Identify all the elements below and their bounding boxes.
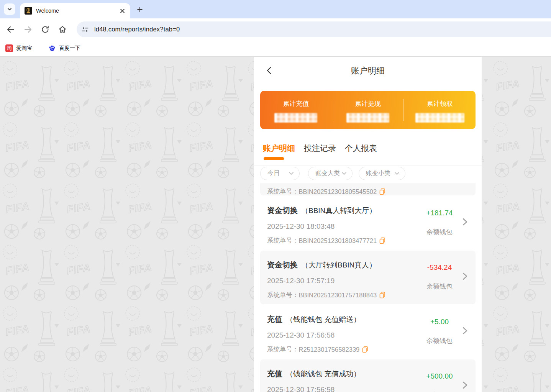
amount-block: +181.74 余额钱包 [421,209,458,236]
site-favicon [25,7,32,15]
address-bar[interactable]: ld48.com/reports/index?tab=0 [77,21,551,37]
amount: +5.00 [421,318,458,326]
summary-total-deposit: 累计充值 [260,98,332,123]
tab-search-button[interactable] [4,3,15,15]
copy-icon[interactable] [379,292,385,299]
panel-header: 账户明细 [254,57,482,84]
amount: -534.24 [421,263,458,272]
summary-total-claim: 累计领取 [404,98,476,123]
forward-icon[interactable] [23,25,33,34]
amount-block: +500.00 余额钱包 [421,372,458,392]
chevron-right-icon[interactable] [461,326,468,335]
order-number-line: 系统单号： BBIN202512301757188843 [267,291,469,299]
amount: +500.00 [421,372,458,381]
close-icon [120,8,125,13]
plus-icon [137,7,143,13]
baidu-icon [48,44,56,52]
filter-bar: 今日 账变大类 账变小类 [254,166,482,183]
tab-bet-records[interactable]: 投注记录 [304,143,336,154]
bookmark-taobao[interactable]: 淘 爱淘宝 [5,44,32,52]
summary-card: 累计充值 累计提现 累计领取 [260,91,476,129]
browser-toolbar: ld48.com/reports/index?tab=0 [0,18,551,40]
order-number: BBIN202512301803477721 [299,237,377,244]
chevron-down-icon [289,172,294,175]
tab-personal-report[interactable]: 个人报表 [345,143,377,154]
url-text[interactable]: ld48.com/reports/index?tab=0 [94,26,180,33]
chevron-right-icon[interactable] [461,381,468,389]
active-tab-underline [264,157,284,160]
copy-icon[interactable] [379,237,385,244]
tab-title: Welcome [36,8,59,14]
tab-close-button[interactable] [119,7,126,14]
list-item[interactable]: 资金切换（大厅转到BBIN真人） 2025-12-30 17:57:19 系统单… [260,251,476,304]
order-number-line: 系统单号： BBIN202512301805545502 [267,187,385,196]
back-icon[interactable] [6,25,15,34]
amount-block: +5.00 余额钱包 [421,318,458,345]
order-number-line: 系统单号： BBIN202512301803477721 [267,236,469,245]
chevron-right-icon[interactable] [461,272,468,280]
account-detail-panel: 账户明细 累计充值 累计提现 累计领取 账户明细 投注记录 个人报表 [254,57,482,392]
wallet-label: 余额钱包 [421,228,458,236]
browser-tab-strip: Welcome [0,0,551,18]
amount: +181.74 [421,209,458,217]
order-number: BBIN202512301757188843 [299,292,377,299]
filter-date-dropdown[interactable]: 今日 [260,167,300,180]
censored-value [415,113,464,123]
taobao-icon: 淘 [5,44,13,52]
wallet-label: 余额钱包 [421,336,458,345]
new-tab-button[interactable] [135,5,145,15]
censored-value [274,113,317,123]
order-number: BBIN202512301805545502 [299,188,377,195]
section-tabs: 账户明细 投注记录 个人报表 [254,138,482,166]
censored-value [346,113,389,123]
chevron-right-icon[interactable] [461,218,468,226]
page-title: 账户明细 [254,65,482,77]
chevron-down-icon [7,7,12,12]
browser-tab[interactable]: Welcome [20,3,130,18]
reload-icon[interactable] [41,25,50,34]
copy-icon[interactable] [379,188,385,195]
bookmarks-bar: 淘 爱淘宝 百度一下 [0,40,551,57]
tab-account-detail[interactable]: 账户明细 [263,143,295,154]
chevron-down-icon [341,172,347,175]
transaction-list[interactable]: 系统单号： BBIN202512301805545502 资金切换（BBIN真人… [254,183,482,392]
bookmark-baidu[interactable]: 百度一下 [48,44,80,52]
order-number-line: 系统单号： R2512301756582339 [267,345,469,354]
list-item[interactable]: 资金切换（BBIN真人转到大厅） 2025-12-30 18:03:48 系统单… [260,196,476,250]
copy-icon[interactable] [362,346,368,353]
order-number: R2512301756582339 [299,346,360,353]
site-settings-icon[interactable] [81,25,89,34]
summary-total-withdraw: 累计提现 [332,98,404,123]
list-item[interactable]: 充值（钱能钱包 充值成功） 2025-12-30 17:56:58 系统单号： … [260,359,476,392]
amount-block: -534.24 余额钱包 [421,263,458,291]
home-icon[interactable] [58,25,67,34]
wallet-label: 余额钱包 [421,282,458,291]
page-background: FIFA 账户明细 累计充值 累计提现 累计领取 [0,57,551,392]
chevron-down-icon [394,172,400,175]
filter-minor-type-dropdown[interactable]: 账变小类 [359,167,405,180]
list-item-partial[interactable]: 系统单号： BBIN202512301805545502 [260,183,476,195]
list-item[interactable]: 充值（钱能钱包 充值赠送） 2025-12-30 17:56:58 系统单号： … [260,305,476,359]
filter-major-type-dropdown[interactable]: 账变大类 [308,167,353,180]
